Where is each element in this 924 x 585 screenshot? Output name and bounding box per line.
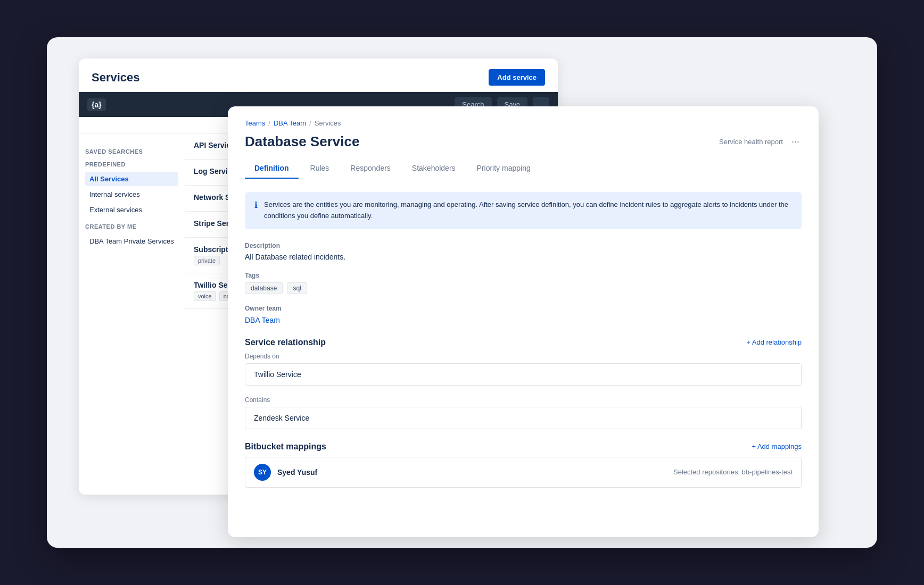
tags-label: Tags bbox=[245, 272, 802, 279]
tab-responders[interactable]: Responders bbox=[341, 158, 400, 179]
contains-label: Contains bbox=[245, 396, 802, 404]
tab-rules[interactable]: Rules bbox=[301, 158, 339, 179]
bitbucket-section: Bitbucket mappings + Add mappings SY Sye… bbox=[245, 442, 802, 488]
tag-database: database bbox=[245, 282, 283, 294]
owner-team-link[interactable]: DBA Team bbox=[245, 316, 280, 324]
add-service-button[interactable]: Add service bbox=[489, 69, 545, 86]
breadcrumb-team[interactable]: DBA Team bbox=[274, 119, 306, 127]
predefined-label: PREDEFINED bbox=[85, 161, 178, 168]
tab-stakeholders[interactable]: Stakeholders bbox=[402, 158, 465, 179]
tabs: Definition Rules Responders Stakeholders… bbox=[245, 158, 802, 179]
service-relationship-title: Service relationship bbox=[245, 338, 326, 347]
description-label: Description bbox=[245, 242, 802, 249]
detail-body: ℹ Services are the entities you are moni… bbox=[228, 179, 819, 537]
bitbucket-title: Bitbucket mappings bbox=[245, 442, 326, 452]
breadcrumb-teams[interactable]: Teams bbox=[245, 119, 265, 127]
bitbucket-repo: Selected repositories: bb-pipelines-test bbox=[673, 468, 793, 476]
screen-background: Services Add service {a} Search Save ...… bbox=[47, 37, 877, 548]
description-section: Description All Database related inciden… bbox=[245, 242, 802, 261]
sidebar: Saved searches PREDEFINED All Services I… bbox=[79, 133, 185, 495]
sidebar-item-internal-services[interactable]: Internal services bbox=[85, 187, 178, 202]
breadcrumb-services: Services bbox=[315, 119, 341, 127]
owner-team-section: Owner team DBA Team bbox=[245, 305, 802, 325]
tag-voice: voice bbox=[194, 291, 216, 301]
saved-searches-label: Saved searches bbox=[85, 148, 178, 155]
services-title: Services bbox=[92, 71, 140, 85]
service-detail-panel: Teams / DBA Team / Services Database Ser… bbox=[228, 106, 819, 537]
sidebar-item-dba-private[interactable]: DBA Team Private Services bbox=[85, 234, 178, 248]
sidebar-item-external-services[interactable]: External services bbox=[85, 203, 178, 217]
created-by-me-label: CREATED BY ME bbox=[85, 223, 178, 230]
tag-private: private bbox=[194, 256, 220, 265]
filter-icon: {a} bbox=[87, 98, 106, 111]
description-value: All Database related incidents. bbox=[245, 253, 802, 261]
more-options-detail-button[interactable]: ··· bbox=[789, 136, 802, 147]
info-banner: ℹ Services are the entities you are moni… bbox=[245, 192, 802, 229]
owner-team-label: Owner team bbox=[245, 305, 802, 312]
info-text: Services are the entities you are monito… bbox=[264, 199, 792, 222]
add-mappings-link[interactable]: + Add mappings bbox=[752, 442, 802, 450]
detail-title: Database Service bbox=[245, 133, 359, 150]
bitbucket-row: SY Syed Yusuf Selected repositories: bb-… bbox=[245, 457, 802, 488]
tags-section: Tags database sql bbox=[245, 272, 802, 294]
depends-on-value: Twillio Service bbox=[245, 363, 802, 386]
contains-section: Contains Zendesk Service bbox=[245, 396, 802, 429]
tags-row: database sql bbox=[245, 282, 802, 294]
info-icon: ℹ bbox=[254, 200, 258, 210]
contains-value: Zendesk Service bbox=[245, 407, 802, 429]
add-relationship-link[interactable]: + Add relationship bbox=[746, 338, 802, 346]
services-panel-header: Services Add service bbox=[79, 59, 558, 92]
detail-title-row: Database Service Service health report ·… bbox=[245, 133, 802, 150]
tab-definition[interactable]: Definition bbox=[245, 158, 299, 179]
bitbucket-user-name: Syed Yusuf bbox=[277, 468, 317, 477]
bitbucket-header: Bitbucket mappings + Add mappings bbox=[245, 442, 802, 452]
sidebar-item-all-services[interactable]: All Services bbox=[85, 172, 178, 186]
detail-header: Teams / DBA Team / Services Database Ser… bbox=[228, 106, 819, 179]
depends-on-section: Depends on Twillio Service bbox=[245, 353, 802, 386]
tag-sql: sql bbox=[287, 282, 307, 294]
depends-on-label: Depends on bbox=[245, 353, 802, 360]
tab-priority-mapping[interactable]: Priority mapping bbox=[467, 158, 540, 179]
detail-actions: Service health report ··· bbox=[719, 136, 802, 147]
service-relationship-header: Service relationship + Add relationship bbox=[245, 338, 802, 347]
health-report-link[interactable]: Service health report bbox=[719, 138, 783, 146]
avatar: SY bbox=[254, 464, 271, 481]
breadcrumb: Teams / DBA Team / Services bbox=[245, 119, 802, 127]
